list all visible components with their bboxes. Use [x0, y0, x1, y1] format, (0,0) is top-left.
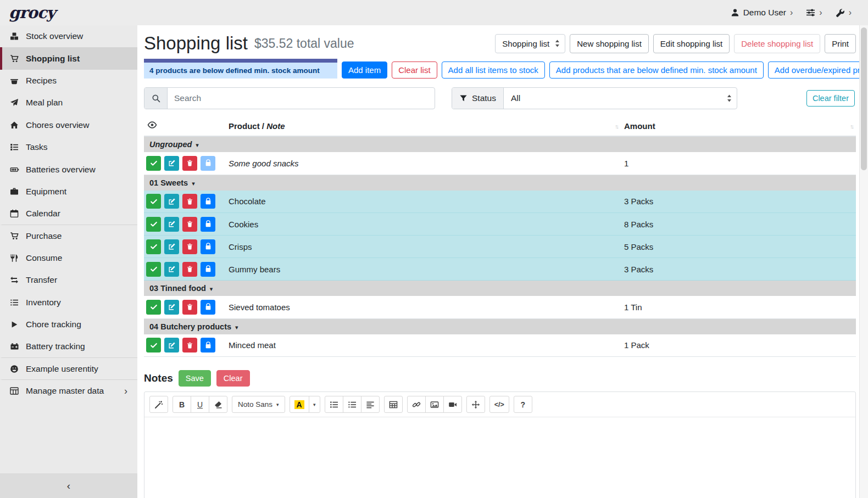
product-group-row-03-tinned-food[interactable]: 03 Tinned food▾ [144, 281, 856, 296]
delete-item-button[interactable] [182, 338, 197, 352]
page-title: Shopping list [144, 33, 248, 54]
new-shopping-list-button[interactable]: New shopping list [570, 34, 649, 53]
add-to-stock-button[interactable] [201, 217, 215, 232]
sidebar-item-manage-master-data[interactable]: Manage master data› [0, 380, 137, 402]
sidebar-item-batteries-overview[interactable]: Batteries overview [0, 158, 137, 180]
add-to-stock-button[interactable] [201, 239, 215, 254]
magic-style-button[interactable] [149, 396, 168, 413]
delete-item-button[interactable] [182, 217, 197, 232]
edit-item-button[interactable] [164, 194, 179, 209]
edit-item-button[interactable] [164, 217, 179, 232]
edit-item-button[interactable] [164, 262, 179, 277]
product-group-row-01-sweets[interactable]: 01 Sweets▾ [144, 175, 856, 191]
mark-done-button[interactable] [146, 194, 161, 209]
sidebar-item-battery-tracking[interactable]: Battery tracking [0, 335, 137, 357]
ordered-list-button[interactable] [343, 396, 361, 413]
clear-list-button[interactable]: Clear list [392, 61, 437, 79]
sidebar-item-tasks[interactable]: Tasks [0, 136, 137, 158]
notes-editor-content[interactable] [144, 417, 855, 498]
delete-item-button[interactable] [182, 262, 197, 277]
underline-button[interactable]: U [191, 396, 209, 413]
search-icon [144, 88, 168, 109]
insert-table-button[interactable] [384, 396, 403, 413]
shopping-list-select[interactable]: Shopping list [495, 34, 565, 53]
scrollbar-thumb[interactable] [861, 27, 867, 170]
sidebar-item-inventory[interactable]: Inventory [0, 292, 137, 314]
add-to-stock-button[interactable] [201, 262, 215, 277]
product-column-header[interactable]: Product / Note ↑↓ [225, 117, 621, 136]
delete-item-button[interactable] [182, 300, 197, 315]
add-all-to-stock-button[interactable]: Add all list items to stock [442, 61, 545, 79]
admin-menu[interactable]: › [836, 8, 852, 18]
sidebar-collapse-button[interactable]: ‹ [0, 473, 137, 498]
toggle-done-eye-icon[interactable] [147, 121, 157, 129]
sidebar-item-chore-tracking[interactable]: Chore tracking [0, 314, 137, 335]
add-to-stock-button[interactable] [201, 338, 215, 352]
notes-save-button[interactable]: Save [179, 370, 211, 387]
product-group-label: 03 Tinned food [149, 284, 206, 293]
status-filter-select[interactable]: All [504, 88, 737, 109]
add-item-button[interactable]: Add item [342, 61, 387, 79]
sidebar-item-shopping-list[interactable]: Shopping list [0, 47, 137, 69]
sidebar-item-equipment[interactable]: Equipment [0, 181, 137, 203]
add-overdue-button[interactable]: Add overdue/expired products [768, 61, 859, 79]
sidebar-item-purchase[interactable]: Purchase [0, 225, 137, 247]
edit-item-button[interactable] [164, 338, 179, 352]
sidebar-item-calendar[interactable]: Calendar [0, 203, 137, 225]
mark-done-button[interactable] [146, 239, 161, 254]
eraser-button[interactable] [209, 396, 227, 413]
unordered-list-button[interactable] [325, 396, 343, 413]
mark-done-button[interactable] [146, 217, 161, 232]
delete-item-button[interactable] [182, 156, 197, 171]
filter-row: Status All Clear filter [144, 87, 856, 109]
add-to-stock-button[interactable] [201, 194, 215, 209]
product-group-row-ungrouped[interactable]: Ungrouped▾ [144, 136, 856, 152]
edit-item-button[interactable] [164, 300, 179, 315]
min-stock-alert[interactable]: 4 products are below defined min. stock … [144, 59, 337, 79]
fullscreen-button[interactable] [466, 396, 485, 413]
delete-item-button[interactable] [182, 194, 197, 209]
highlight-color-dropdown[interactable]: ▾ [309, 396, 320, 413]
delete-item-button[interactable] [182, 239, 197, 254]
delete-shopping-list-button[interactable]: Delete shopping list [734, 34, 820, 53]
add-to-stock-button[interactable] [201, 300, 215, 315]
edit-item-button[interactable] [164, 239, 179, 254]
font-family-dropdown[interactable]: Noto Sans ▾ [232, 396, 285, 413]
insert-picture-button[interactable] [425, 396, 444, 413]
sidebar-item-meal-plan[interactable]: Meal plan [0, 92, 137, 114]
sidebar-item-chores-overview[interactable]: Chores overview [0, 114, 137, 136]
table-row-cookies: Cookies8 Packs [144, 213, 856, 236]
list-icon [9, 298, 20, 307]
clear-filter-button[interactable]: Clear filter [806, 90, 855, 107]
paragraph-align-button[interactable] [361, 396, 380, 413]
settings-menu[interactable]: › [806, 8, 822, 17]
mark-done-button[interactable] [146, 300, 161, 315]
search-input[interactable] [168, 88, 435, 109]
bold-button[interactable]: B [173, 396, 191, 413]
shopping-list-table: Product / Note ↑↓ Amount ↑↓ Ungrouped▾So… [144, 117, 856, 357]
help-button[interactable]: ? [514, 396, 532, 413]
user-menu[interactable]: Demo User › [731, 8, 793, 18]
sidebar-item-transfer[interactable]: Transfer [0, 269, 137, 291]
scrollbar-track[interactable] [859, 0, 868, 498]
mark-done-button[interactable] [146, 338, 161, 352]
highlight-color-button[interactable]: A [290, 396, 309, 413]
insert-link-button[interactable] [407, 396, 426, 413]
product-group-row-04-butchery-products[interactable]: 04 Butchery products▾ [144, 318, 856, 334]
product-name: Gummy bears [225, 258, 621, 281]
add-below-min-button[interactable]: Add products that are below defined min.… [549, 61, 764, 79]
sidebar-item-recipes[interactable]: Recipes [0, 70, 137, 92]
edit-shopping-list-button[interactable]: Edit shopping list [653, 34, 730, 53]
mark-done-button[interactable] [146, 156, 161, 171]
notes-clear-button[interactable]: Clear [216, 370, 250, 387]
mark-done-button[interactable] [146, 262, 161, 277]
sidebar-item-example-userentity[interactable]: Example userentity [0, 358, 137, 380]
edit-item-button[interactable] [164, 156, 179, 171]
sidebar-item-stock-overview[interactable]: Stock overview [0, 25, 137, 47]
sidebar-item-consume[interactable]: Consume [0, 247, 137, 269]
play-icon [9, 320, 20, 329]
insert-video-button[interactable] [443, 396, 462, 413]
print-button[interactable]: Print [825, 34, 856, 53]
amount-column-header[interactable]: Amount ↑↓ [621, 117, 856, 136]
code-view-button[interactable]: </> [489, 396, 509, 413]
